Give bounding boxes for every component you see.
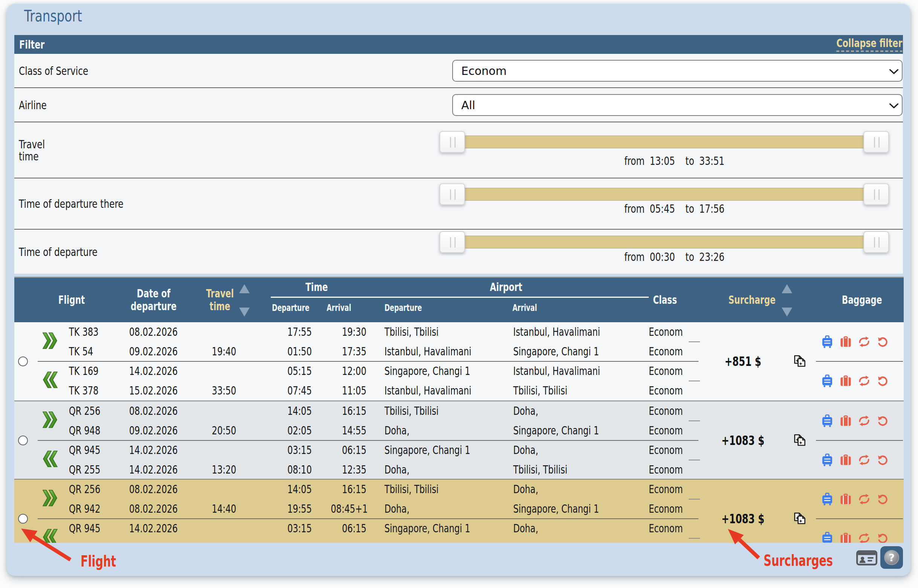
leg-travel-time: 20:50 (205, 421, 242, 441)
sort-desc-icon[interactable] (782, 307, 792, 317)
range-from-word: from (624, 154, 645, 168)
copy-button[interactable] (794, 512, 806, 525)
exchange-button[interactable] (858, 336, 870, 347)
leg-lead (14, 421, 50, 441)
slider-handle-max[interactable] (863, 183, 889, 205)
handle-grip (454, 237, 456, 248)
baggage-button[interactable] (840, 494, 851, 505)
leg-arrival-airport: Singapore, Changi 1 (512, 421, 606, 441)
refund-button[interactable] (877, 336, 888, 347)
sort-travel-time-control[interactable] (239, 284, 250, 317)
handle-grip (878, 137, 879, 147)
help-button[interactable]: ? (880, 546, 903, 569)
collapse-filter-link[interactable]: Collapse filter (836, 37, 902, 52)
flight-option-group[interactable]: QR 25608.02.202614:0516:15Tbilisi, Tbili… (14, 401, 904, 479)
leg-arrival-airport: Doha, (512, 519, 606, 538)
leg-class: Econom (636, 460, 676, 480)
col-surcharge-header[interactable]: Surcharge (728, 294, 775, 307)
slider-track[interactable] (440, 136, 889, 148)
leg-flight-number: QR 942 (62, 499, 112, 519)
leg-arrival-airport: Istanbul, Havalimani (512, 322, 606, 342)
handle-grip (874, 189, 875, 200)
leg-lead (14, 381, 50, 401)
leg-lead (14, 342, 50, 361)
carry-on-button[interactable] (822, 493, 833, 506)
refund-button[interactable] (877, 494, 888, 504)
slider-handle-min[interactable] (440, 131, 465, 153)
table-header: Flignt Date ofdeparture Traveltime Time … (14, 278, 904, 322)
sort-asc-icon[interactable] (239, 284, 250, 293)
col-airport-group-header: Airport (490, 281, 522, 294)
baggage-button[interactable] (840, 454, 851, 466)
copy-button[interactable] (794, 434, 806, 447)
slider-handle-min[interactable] (440, 231, 465, 253)
undo-icon (878, 455, 888, 465)
leg-date: 09.02.2026 (128, 342, 182, 361)
col-date-header: Date ofdeparture (131, 287, 176, 313)
baggage-button[interactable] (840, 375, 851, 387)
leg-flight-number: TK 383 (62, 322, 112, 342)
airline-select[interactable]: All (452, 94, 903, 116)
baggage-button[interactable] (840, 336, 851, 347)
leg-class: Econom (636, 499, 676, 519)
carry-on-button[interactable] (822, 335, 833, 348)
copy-button[interactable] (794, 355, 806, 368)
flight-leg-row: QR 25608.02.202614:0516:15Tbilisi, Tbili… (14, 401, 704, 421)
range-to-word: to (685, 250, 694, 263)
leg-arrival-time: 12:00 (331, 361, 371, 381)
class-of-service-select[interactable]: Econom (452, 60, 903, 82)
slider-handle-max[interactable] (863, 231, 889, 253)
carry-on-button[interactable] (822, 375, 833, 388)
exchange-button[interactable] (858, 494, 870, 504)
carry-on-button[interactable] (822, 532, 833, 543)
baggage-button[interactable] (840, 533, 851, 543)
surcharge-value: +1083 $ (717, 431, 769, 450)
leg-dash-cell (689, 460, 700, 480)
leg-departure-airport: Tbilisi, Tbilisi (371, 322, 477, 342)
handle-grip (878, 189, 879, 200)
leg-class: Econom (636, 322, 676, 342)
leg-lead (14, 441, 50, 460)
exchange-button[interactable] (858, 376, 870, 386)
leg-arrival-time: 06:15 (331, 441, 371, 460)
col-travel-time-header[interactable]: Traveltime (206, 287, 234, 313)
sort-surcharge-control[interactable] (782, 284, 792, 317)
refund-button[interactable] (877, 533, 888, 543)
leg-date: 08.02.2026 (128, 480, 182, 499)
exchange-button[interactable] (858, 533, 870, 543)
leg-date: 08.02.2026 (128, 499, 182, 519)
filter-body: Class of Service Econom Airline All Trav… (14, 54, 903, 274)
leg-departure-airport: Doha, (371, 421, 477, 441)
refund-button[interactable] (877, 376, 888, 386)
refund-button[interactable] (877, 455, 888, 465)
checked-baggage-icon (840, 415, 851, 426)
slider-track[interactable] (440, 188, 889, 200)
exchange-button[interactable] (858, 415, 870, 426)
baggage-button[interactable] (840, 415, 851, 426)
label-line: time (19, 150, 45, 162)
sort-asc-icon[interactable] (782, 284, 792, 293)
carry-on-button[interactable] (822, 414, 833, 427)
exchange-button[interactable] (858, 455, 870, 465)
leg-arrival-time: 14:55 (331, 421, 371, 441)
handle-grip (878, 237, 879, 248)
carry-on-button[interactable] (822, 454, 833, 467)
flight-option-group[interactable]: QR 25608.02.202614:0516:15Tbilisi, Tbili… (14, 479, 904, 543)
slider-handle-max[interactable] (863, 131, 889, 153)
leg-departure-airport: Singapore, Changi 1 (371, 361, 477, 381)
copy-icon (794, 434, 806, 447)
sort-desc-icon[interactable] (239, 307, 250, 317)
leg-dash-cell (689, 538, 700, 543)
flight-option-group[interactable]: TK 38308.02.202617:5519:30Tbilisi, Tbili… (14, 322, 904, 401)
refund-button[interactable] (877, 415, 888, 426)
exchange-icon (858, 533, 870, 543)
slider-handle-min[interactable] (440, 183, 465, 205)
flight-annotation-label: Flight (81, 552, 116, 570)
passenger-card-button[interactable] (856, 550, 878, 567)
slider-track[interactable] (440, 236, 889, 249)
carry-on-baggage-icon (823, 414, 832, 427)
leg-date: 09.02.2026 (128, 421, 182, 441)
flight-leg-row: TK 37815.02.202633:5007:4511:05Istanbul,… (14, 381, 704, 401)
leg-arrival-airport: Doha, (512, 441, 606, 460)
exchange-icon (858, 455, 870, 465)
